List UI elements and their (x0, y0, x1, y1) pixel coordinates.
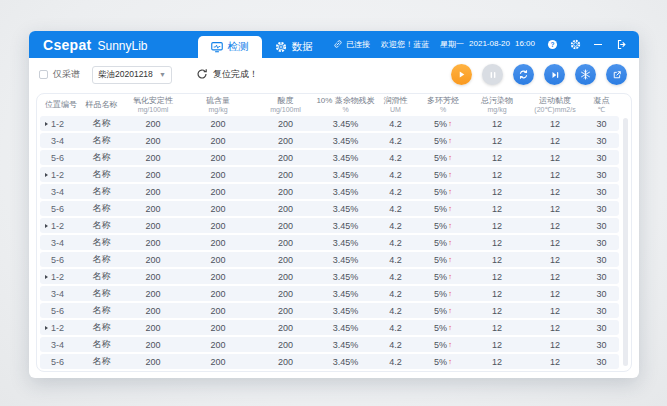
settings-gear-icon[interactable] (569, 39, 581, 51)
row-cell: 200 (253, 119, 318, 129)
row-cell: 200 (253, 289, 318, 299)
row-position-cell: 5-6 (40, 255, 80, 265)
row-cell: 200 (183, 255, 253, 265)
table-row[interactable]: 1-2 名称 2002002003.45%4.25%↑121230 (40, 218, 619, 233)
row-cell: 200 (253, 221, 318, 231)
pause-icon (487, 69, 499, 81)
row-cell: 200 (183, 289, 253, 299)
help-icon[interactable]: ? (546, 39, 558, 51)
table-row[interactable]: 5-6 名称 2002002003.45%4.25%↑121230 (40, 252, 619, 267)
row-cell: 4.2 (373, 357, 418, 367)
row-cell: 4.2 (373, 136, 418, 146)
row-sample-name: 名称 (80, 236, 123, 249)
row-cell: 3.45% (318, 255, 373, 265)
row-sample-name: 名称 (80, 117, 123, 130)
row-cell: 3.45% (318, 357, 373, 367)
row-cell: 4.2 (373, 238, 418, 248)
table-row[interactable]: 3-4 名称 2002002003.45%4.25%↑121230 (40, 286, 619, 301)
export-button[interactable] (606, 64, 627, 85)
sample-select[interactable]: 柴油20201218 ▼ (92, 66, 172, 84)
column-label: 多环芳烃 (427, 96, 459, 105)
row-cell: 200 (253, 272, 318, 282)
product-name: SunnyLib (97, 39, 147, 53)
row-cell: 12 (526, 187, 584, 197)
connection-status: 已连接 (333, 39, 370, 51)
row-cell: 200 (123, 119, 183, 129)
table-row[interactable]: 3-4 名称 2002002003.45%4.25%↑121230 (40, 184, 619, 199)
sync-button[interactable] (513, 64, 534, 85)
row-cell: 12 (526, 306, 584, 316)
row-cell: 12 (468, 255, 526, 265)
row-cell: 200 (183, 272, 253, 282)
row-cell: 200 (123, 153, 183, 163)
row-cell: 3.45% (318, 187, 373, 197)
row-cell: 12 (468, 170, 526, 180)
tab-data[interactable]: 数据 (262, 36, 326, 58)
row-cell: 5%↑ (418, 136, 468, 146)
row-cell: 12 (468, 323, 526, 333)
row-position: 1-2 (51, 323, 64, 333)
play-button[interactable] (451, 64, 472, 85)
row-cell: 200 (253, 357, 318, 367)
main-tabs: 检测 数据 (198, 31, 326, 58)
row-cell: 30 (584, 238, 619, 248)
row-cell: 200 (253, 340, 318, 350)
skip-button[interactable] (544, 64, 565, 85)
row-cell: 5%↑ (418, 187, 468, 197)
column-unit: mg/kg (208, 106, 227, 114)
table-scrollbar[interactable] (623, 118, 628, 366)
app-logo: Csepat SunnyLib (29, 37, 148, 53)
column-label: 样品名称 (86, 100, 118, 109)
row-position-cell: 1-2 (40, 170, 80, 180)
rise-indicator-icon: ↑ (448, 306, 452, 315)
row-cell: 5%↑ (418, 119, 468, 129)
date-text: 2021-08-20 (469, 39, 510, 50)
row-cell: 4.2 (373, 153, 418, 163)
row-cell: 12 (526, 119, 584, 129)
table-row[interactable]: 5-6 名称 2002002003.45%4.25%↑121230 (40, 201, 619, 216)
table-row[interactable]: 3-4 名称 2002002003.45%4.25%↑121230 (40, 337, 619, 352)
rise-indicator-icon: ↑ (448, 272, 452, 281)
row-cell: 30 (584, 255, 619, 265)
freeze-button[interactable] (575, 64, 596, 85)
row-cell: 200 (183, 153, 253, 163)
table-row[interactable]: 5-6 名称 2002002003.45%4.25%↑121230 (40, 354, 619, 369)
row-cell: 5%↑ (418, 255, 468, 265)
row-position: 5-6 (51, 255, 64, 265)
table-row[interactable]: 1-2 名称 2002002003.45%4.25%↑121230 (40, 167, 619, 182)
column-header: 凝点 ℃ (584, 96, 619, 113)
table-row[interactable]: 5-6 名称 2002002003.45%4.25%↑121230 (40, 303, 619, 318)
table-row[interactable]: 1-2 名称 2002002003.45%4.25%↑121230 (40, 320, 619, 335)
column-header: 总污染物 mg/kg (468, 96, 526, 113)
action-buttons (451, 64, 627, 85)
column-unit: % (342, 106, 348, 114)
svg-text:?: ? (550, 41, 554, 48)
row-cell: 12 (526, 136, 584, 146)
table-row[interactable]: 1-2 名称 2002002003.45%4.25%↑121230 (40, 116, 619, 131)
spectrum-only-checkbox[interactable] (39, 70, 48, 79)
row-position-cell: 3-4 (40, 136, 80, 146)
exit-icon[interactable] (615, 39, 627, 51)
minimize-icon[interactable] (592, 39, 604, 51)
row-cell: 200 (183, 221, 253, 231)
tab-detection[interactable]: 检测 (198, 36, 262, 58)
table-row[interactable]: 3-4 名称 2002002003.45%4.25%↑121230 (40, 133, 619, 148)
row-cell: 200 (253, 153, 318, 163)
column-unit: % (440, 106, 446, 114)
connection-label: 已连接 (346, 39, 370, 50)
row-sample-name: 名称 (80, 287, 123, 300)
row-position-cell: 3-4 (40, 340, 80, 350)
pause-button[interactable] (482, 64, 503, 85)
row-position: 3-4 (51, 187, 64, 197)
row-sample-name: 名称 (80, 321, 123, 334)
column-header: 酸度 mg/100ml (253, 96, 318, 113)
row-cell: 200 (253, 204, 318, 214)
row-cell: 3.45% (318, 272, 373, 282)
table-row[interactable]: 5-6 名称 2002002003.45%4.25%↑121230 (40, 150, 619, 165)
link-icon (333, 39, 343, 51)
table-row[interactable]: 3-4 名称 2002002003.45%4.25%↑121230 (40, 235, 619, 250)
table-row[interactable]: 1-2 名称 2002002003.45%4.25%↑121230 (40, 269, 619, 284)
row-cell: 4.2 (373, 272, 418, 282)
refresh-icon[interactable] (196, 66, 208, 84)
row-position-cell: 3-4 (40, 289, 80, 299)
